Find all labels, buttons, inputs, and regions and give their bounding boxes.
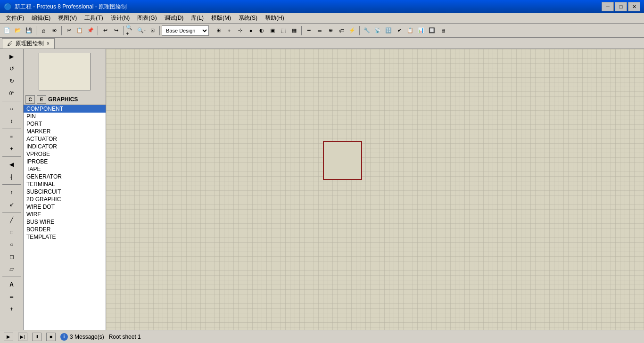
ellipse-tool-btn[interactable]: ◻ [5, 251, 18, 262]
tb-bus[interactable]: ═ [314, 25, 325, 36]
stop-button[interactable]: ■ [46, 333, 56, 341]
menu-help[interactable]: 帮助(H) [261, 13, 288, 23]
canvas-area[interactable] [106, 49, 644, 330]
component-list-item[interactable]: WIRE DOT [24, 203, 106, 211]
maximize-button[interactable]: □ [615, 2, 627, 11]
move-up-btn[interactable]: ↑ [5, 187, 18, 198]
text-tool-btn[interactable]: A [5, 279, 18, 290]
menu-view[interactable]: 视图(V) [54, 13, 81, 23]
component-list-item[interactable]: MARKER [24, 128, 106, 135]
tb-annotate[interactable]: 🔢 [383, 25, 394, 36]
rect-tool-btn[interactable]: □ [5, 227, 18, 238]
sym-tool-btn[interactable]: ═ [5, 291, 18, 302]
tb-power[interactable]: ⚡ [347, 25, 357, 36]
title-bar-right[interactable]: ─ □ ✕ [602, 2, 640, 11]
tb-paste[interactable]: 📌 [85, 25, 96, 36]
minimize-button[interactable]: ─ [602, 2, 614, 11]
tb-probe[interactable]: 📡 [372, 25, 383, 36]
tb-check[interactable]: ✔ [394, 25, 405, 36]
component-list-item[interactable]: GENERATOR [24, 173, 106, 180]
tb-origin[interactable]: ⊹ [235, 25, 245, 36]
tb-3d[interactable]: 🖥 [438, 25, 448, 36]
schematic-tab[interactable]: 🖊 原理图绘制 × [2, 38, 55, 49]
rotate-cw-btn[interactable]: ↻ [5, 75, 18, 87]
select-tool-btn[interactable]: ▶ [5, 51, 18, 62]
component-list-item[interactable]: 2D GRAPHIC [24, 196, 106, 203]
design-dropdown[interactable]: Base Design [162, 25, 209, 36]
component-list-item[interactable]: BORDER [24, 226, 106, 233]
tb-sep8 [359, 26, 360, 35]
component-list-item[interactable]: WIRE [24, 211, 106, 218]
menu-graph[interactable]: 图表(G) [133, 13, 160, 23]
add-component-btn[interactable]: + [5, 143, 18, 155]
tab-close-button[interactable]: × [47, 41, 50, 46]
line-tool-btn[interactable]: ╱ [5, 214, 18, 226]
tb-grid[interactable]: ⊞ [213, 25, 223, 36]
component-list-item[interactable]: PIN [24, 113, 106, 120]
tb-b2[interactable]: ◐ [256, 25, 267, 36]
menu-file[interactable]: 文件(F) [2, 13, 28, 23]
component-list-item[interactable]: TERMINAL [24, 180, 106, 188]
menu-library[interactable]: 库(L) [187, 13, 207, 23]
poly-tool-btn[interactable]: ▱ [5, 263, 18, 275]
tb-crosshair[interactable]: + [224, 25, 234, 36]
component-list-item[interactable]: ACTUATOR [24, 135, 106, 143]
component-list-item[interactable]: SUBCIRCUIT [24, 188, 106, 196]
tb-bom[interactable]: 📊 [416, 25, 426, 36]
component-list-item[interactable]: TEMPLATE [24, 233, 106, 241]
tb-open[interactable]: 📂 [13, 25, 23, 36]
diagonal-btn[interactable]: ↙ [5, 199, 18, 210]
component-list-item[interactable]: BUS WIRE [24, 218, 106, 226]
tb-sep2 [61, 26, 62, 35]
tb-undo[interactable]: ↩ [100, 25, 110, 36]
tb-save[interactable]: 💾 [24, 25, 34, 36]
menu-tools[interactable]: 工具(T) [81, 13, 107, 23]
tb-sep3 [98, 26, 98, 35]
tb-zoomout[interactable]: 🔍- [136, 25, 147, 36]
component-list-item[interactable]: TAPE [24, 165, 106, 173]
menu-design[interactable]: 设计(N) [107, 13, 134, 23]
tb-zoomfit[interactable]: ⊡ [147, 25, 157, 36]
menu-edit[interactable]: 编辑(E) [28, 13, 54, 23]
play-button[interactable]: ▶ [4, 333, 13, 341]
menu-template[interactable]: 模版(M) [207, 13, 235, 23]
list-btn[interactable]: ≡ [5, 131, 18, 142]
tb-preview[interactable]: 👁 [49, 25, 59, 36]
tb-print[interactable]: 🖨 [38, 25, 49, 36]
component-list-item[interactable]: INDICATOR [24, 143, 106, 150]
component-list-item[interactable]: PORT [24, 120, 106, 128]
tb-component[interactable]: 🔧 [362, 25, 372, 36]
tb-redo[interactable]: ↪ [111, 25, 121, 36]
menu-debug[interactable]: 调试(D) [161, 13, 188, 23]
panel-e-button[interactable]: E [37, 95, 46, 104]
rotate-ccw-btn[interactable]: ↺ [5, 63, 18, 74]
component-list-item[interactable]: COMPONENT [24, 105, 106, 113]
circle-tool-btn[interactable]: ○ [5, 239, 18, 250]
tb-b5[interactable]: ▦ [289, 25, 299, 36]
ltb-sep1 [2, 101, 21, 101]
tb-copy[interactable]: 📋 [74, 25, 85, 36]
tb-b3[interactable]: ▣ [267, 25, 278, 36]
tb-wire[interactable]: ━ [304, 25, 314, 36]
tb-connect[interactable]: ⊕ [325, 25, 336, 36]
tb-label[interactable]: 🏷 [336, 25, 347, 36]
tb-b1[interactable]: ● [246, 25, 256, 36]
component-list-item[interactable]: VPROBE [24, 150, 106, 158]
flip-v-btn[interactable]: ↕ [5, 115, 18, 127]
component-list-item[interactable]: IPROBE [24, 158, 106, 165]
panel-c-button[interactable]: C [25, 95, 35, 104]
menu-system[interactable]: 系统(S) [235, 13, 261, 23]
step-button[interactable]: ▶| [18, 333, 27, 341]
scroll-left-btn[interactable]: ◀ [5, 159, 18, 170]
tb-b4[interactable]: ⬚ [278, 25, 289, 36]
tb-cut[interactable]: ✂ [64, 25, 74, 36]
plus-tool-btn[interactable]: + [5, 303, 18, 315]
tb-pcb[interactable]: 🔲 [427, 25, 437, 36]
scroll-right-btn[interactable]: ┤ [5, 171, 18, 182]
tb-netlist[interactable]: 📋 [405, 25, 415, 36]
tb-zoomin[interactable]: 🔍+ [125, 25, 136, 36]
tb-new[interactable]: 📄 [2, 25, 12, 36]
flip-h-btn[interactable]: ↔ [5, 103, 18, 114]
close-button[interactable]: ✕ [628, 2, 640, 11]
pause-button[interactable]: ⏸ [32, 333, 41, 341]
